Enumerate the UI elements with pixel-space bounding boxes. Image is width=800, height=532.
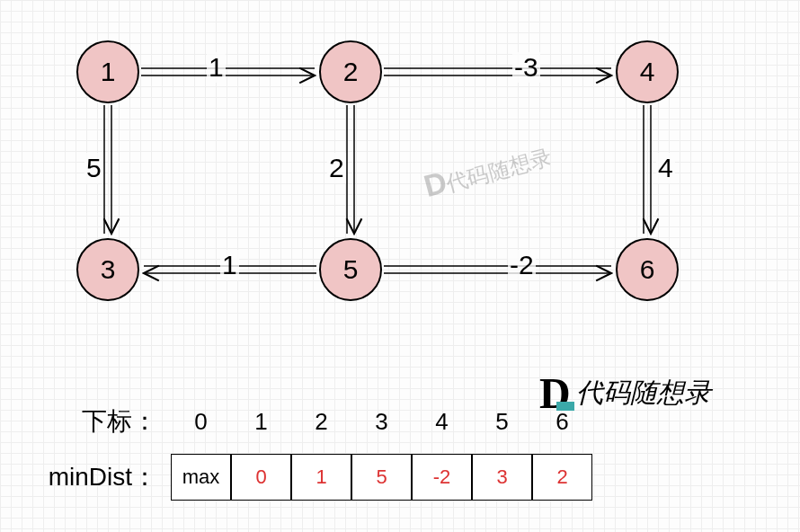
edge-weight-2-4: -3 (512, 52, 540, 83)
index-cell: 6 (532, 408, 592, 436)
edge-weight-4-6: 4 (656, 153, 675, 183)
graph-node-5: 5 (319, 238, 382, 301)
edge-weight-1-2: 1 (207, 52, 226, 83)
index-cell: 2 (291, 408, 351, 436)
graph-node-4: 4 (616, 40, 679, 103)
watermark-text: D代码随想录 (420, 137, 555, 204)
graph-node-1: 1 (76, 40, 139, 103)
mindist-cell: 5 (351, 454, 412, 501)
mindist-label: minDist： (31, 460, 171, 494)
graph-node-6: 6 (616, 238, 679, 301)
node-label: 4 (640, 57, 655, 87)
node-label: 3 (101, 254, 116, 285)
index-cell: 0 (171, 408, 231, 436)
edge-weight-2-5: 2 (327, 153, 346, 183)
graph-node-2: 2 (319, 40, 382, 103)
mindist-cell: 0 (231, 454, 291, 501)
index-cell: 1 (231, 408, 291, 436)
index-cell: 3 (351, 408, 412, 436)
index-label: 下标： (31, 404, 171, 439)
mindist-cell: -2 (412, 454, 472, 501)
index-cell: 4 (412, 408, 472, 436)
node-label: 5 (343, 254, 359, 285)
mindist-cell: max (171, 454, 231, 501)
edge-weight-1-3: 5 (84, 153, 103, 183)
index-cell: 5 (472, 408, 532, 436)
mindist-row: minDist： max 0 1 5 -2 3 2 (31, 454, 592, 501)
logo-text: 代码随想录 (576, 375, 711, 412)
edge-weight-5-3: 1 (220, 250, 239, 280)
node-label: 6 (640, 254, 655, 285)
node-label: 1 (101, 57, 116, 87)
mindist-cell: 2 (532, 454, 592, 501)
mindist-cell: 1 (291, 454, 351, 501)
index-row: 下标： 0 1 2 3 4 5 6 (31, 404, 592, 439)
mindist-cell: 3 (472, 454, 532, 501)
node-label: 2 (343, 57, 359, 87)
edge-weight-5-6: -2 (508, 250, 536, 280)
graph-node-3: 3 (76, 238, 139, 301)
